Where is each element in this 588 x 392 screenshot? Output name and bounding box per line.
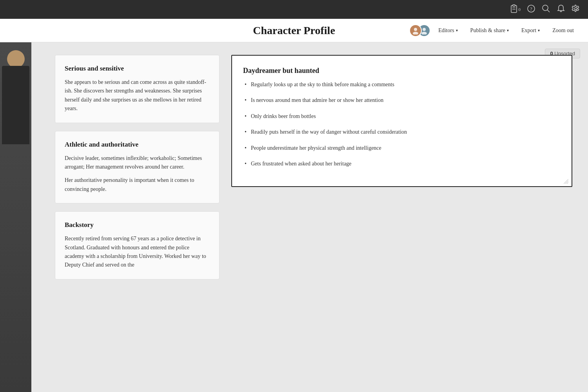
bullet-item-3-text: Only drinks beer from bottles: [251, 113, 316, 119]
clipboard-icon-wrapper[interactable]: 0: [510, 4, 521, 15]
publish-chevron: ▾: [507, 28, 509, 33]
bell-icon: [557, 4, 565, 15]
header-bar: Character Profile Editors ▾ Publis: [0, 19, 588, 42]
bullet-item-6-text: Gets frustrated when asked about her her…: [251, 161, 352, 167]
search-icon-wrapper[interactable]: [542, 4, 550, 15]
athletic-card: Athletic and authoritative Decisive lead…: [55, 131, 220, 204]
svg-rect-1: [513, 5, 515, 6]
serious-card: Serious and sensitive She appears to be …: [55, 55, 220, 123]
svg-line-7: [547, 10, 550, 12]
settings-icon-wrapper[interactable]: [572, 4, 580, 15]
top-bar: 0 ?: [0, 0, 588, 19]
svg-point-6: [543, 5, 548, 11]
svg-point-9: [414, 28, 417, 31]
athletic-card-text1: Decisive leader, sometimes inflexible; w…: [65, 154, 210, 172]
svg-point-8: [575, 7, 577, 10]
svg-point-10: [413, 32, 418, 34]
avatar-editor-1: [409, 24, 422, 37]
serious-card-text: She appears to be serious and can come a…: [65, 78, 210, 113]
bullet-item-3: Only drinks beer from bottles: [243, 112, 561, 121]
header-actions: Editors ▾ Publish & share ▾ Export ▾ Zoo…: [409, 24, 579, 37]
page-title: Character Profile: [253, 24, 335, 37]
cards-area: 0 Unsorted Serious and sensitive She app…: [31, 42, 588, 392]
export-label: Export: [521, 27, 536, 34]
backstory-card-title: Backstory: [65, 221, 210, 229]
search-icon: [542, 4, 550, 15]
character-image-panel: [0, 42, 31, 392]
publish-share-label: Publish & share: [470, 27, 505, 34]
bullet-item-1: Regularly looks up at the sky to think b…: [243, 80, 561, 89]
right-column: Daydreamer but haunted Regularly looks u…: [231, 55, 572, 279]
publish-share-button[interactable]: Publish & share ▾: [466, 25, 514, 36]
bell-icon-wrapper[interactable]: [557, 4, 565, 15]
bullet-item-2-text: Is nervous around men that admire her or…: [251, 97, 383, 103]
help-icon: ?: [527, 4, 535, 15]
backstory-card: Backstory Recently retired from serving …: [55, 211, 220, 279]
export-button[interactable]: Export ▾: [517, 25, 544, 36]
export-chevron: ▾: [538, 28, 540, 33]
bullet-item-6: Gets frustrated when asked about her her…: [243, 160, 561, 168]
daydreamer-card-wrapper: Daydreamer but haunted Regularly looks u…: [231, 55, 572, 187]
help-icon-wrapper[interactable]: ?: [527, 4, 535, 15]
daydreamer-card-title: Daydreamer but haunted: [243, 67, 561, 75]
athletic-card-title: Athletic and authoritative: [65, 141, 210, 149]
editors-label: Editors: [438, 27, 454, 34]
daydreamer-card: Daydreamer but haunted Regularly looks u…: [231, 55, 572, 187]
bullet-item-5: People underestimate her physical streng…: [243, 144, 561, 152]
bullet-item-4: Readily puts herself in the way of dange…: [243, 128, 561, 136]
resize-handle[interactable]: [564, 178, 569, 184]
backstory-card-text: Recently retired from serving 67 years a…: [65, 234, 210, 270]
svg-point-11: [423, 28, 426, 31]
bullet-item-2: Is nervous around men that admire her or…: [243, 96, 561, 105]
bullet-item-1-text: Regularly looks up at the sky to think b…: [251, 82, 394, 87]
daydreamer-bullet-list: Regularly looks up at the sky to think b…: [243, 80, 561, 168]
character-body: [2, 66, 29, 144]
svg-line-15: [567, 182, 568, 184]
svg-line-14: [565, 181, 568, 184]
settings-icon: [572, 4, 580, 15]
cards-layout: Serious and sensitive She appears to be …: [55, 55, 572, 279]
editors-chevron: ▾: [456, 28, 458, 33]
clipboard-icon: [510, 4, 518, 15]
svg-point-12: [421, 32, 427, 34]
character-head: [7, 50, 25, 68]
zoom-out-label: Zoom out: [552, 27, 574, 33]
serious-card-title: Serious and sensitive: [65, 65, 210, 73]
left-column: Serious and sensitive She appears to be …: [55, 55, 220, 279]
main-content: 0 Unsorted Serious and sensitive She app…: [0, 42, 588, 392]
bullet-item-4-text: Readily puts herself in the way of dange…: [251, 129, 407, 135]
zoom-out-button[interactable]: Zoom out: [548, 25, 579, 36]
editors-button[interactable]: Editors ▾: [434, 25, 462, 36]
svg-text:?: ?: [530, 6, 532, 12]
clipboard-count: 0: [519, 7, 521, 12]
athletic-card-text2: Her authoritative personality is importa…: [65, 176, 210, 194]
character-figure: [0, 42, 31, 392]
avatar-group: [409, 24, 430, 37]
bullet-item-5-text: People underestimate her physical streng…: [251, 145, 381, 151]
